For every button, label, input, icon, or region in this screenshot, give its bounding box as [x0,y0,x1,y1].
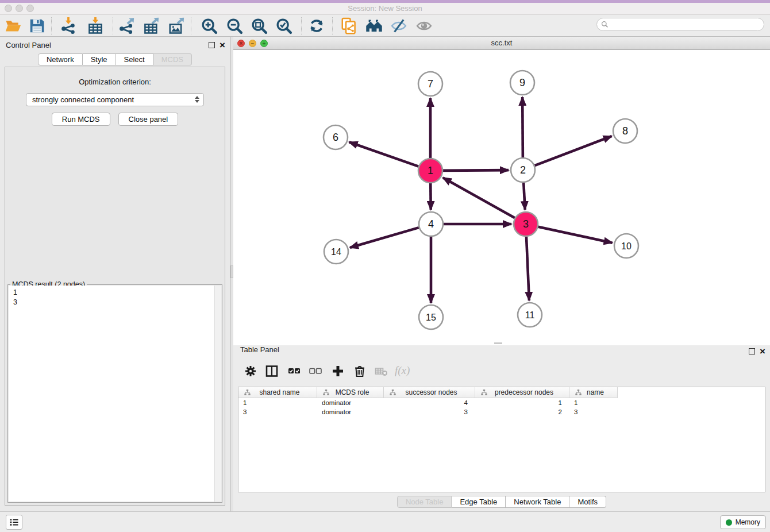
table-row[interactable]: 1dominator411 [238,398,765,407]
column-header-MCDS-role[interactable]: MCDS role [317,387,384,398]
svg-text:9: 9 [519,77,525,88]
edge-2-8[interactable] [535,136,612,165]
table-panel-float-icon[interactable] [749,348,755,354]
select-stepper-icon [195,96,199,103]
mcds-result-group: MCDS result (2 nodes) 13 [7,284,222,503]
network-zoom-button[interactable]: + [260,40,268,47]
import-network-icon[interactable] [60,17,77,34]
mcds-result-list[interactable]: 13 [9,286,221,502]
graph-node-9[interactable]: 9 [510,71,534,95]
graph-node-7[interactable]: 7 [418,72,442,96]
optimization-criterion-value: strongly connected component [32,95,134,104]
network-close-button[interactable]: × [237,40,245,47]
graph-node-4[interactable]: 4 [419,212,443,236]
search-field[interactable] [596,18,764,31]
export-network-icon[interactable] [118,17,135,34]
add-column-icon[interactable] [331,364,345,378]
tab-select[interactable]: Select [116,53,153,65]
network-graph[interactable]: 7968124314101511 [233,50,770,343]
tab-style[interactable]: Style [83,53,116,65]
result-scrollbar[interactable] [214,286,221,502]
table-body: 1dominator4113dominator323 [238,398,765,417]
hide-panel-icon[interactable] [390,17,407,34]
zoom-out-icon[interactable] [226,17,243,34]
zoom-selected-icon[interactable] [275,17,292,34]
network-minimize-button[interactable]: − [249,40,256,47]
save-session-icon[interactable] [28,17,45,34]
toolbar-separator [301,17,302,34]
optimization-criterion-select[interactable]: strongly connected component [26,93,204,106]
table-panel: Table Panel × [233,343,770,511]
deselect-all-checkbox-icon[interactable] [309,364,322,378]
tab-node-table[interactable]: Node Table [397,496,452,508]
table-cell: 1 [475,398,569,407]
search-input[interactable] [611,21,764,29]
graph-node-6[interactable]: 6 [324,125,348,149]
graph-node-3[interactable]: 3 [514,212,538,236]
import-table-icon[interactable] [87,17,104,34]
tab-edge-table[interactable]: Edge Table [452,496,506,508]
table-cell: dominator [317,407,384,417]
table-cell: 1 [569,398,618,407]
table-header-row: shared nameMCDS rolesuccessor nodesprede… [238,387,765,398]
tab-mcds[interactable]: MCDS [153,53,192,65]
control-panel-float-icon[interactable] [209,42,215,48]
edge-4-14[interactable] [350,228,419,248]
svg-text:10: 10 [621,241,632,251]
edge-2-3[interactable] [523,183,525,210]
table-cell: 3 [569,407,618,417]
edge-1-2[interactable] [443,170,509,171]
refresh-layout-icon[interactable] [308,17,325,34]
edge-3-1[interactable] [443,178,515,218]
zoom-fit-icon[interactable] [251,17,268,34]
graph-node-1[interactable]: 1 [418,159,442,183]
graph-node-15[interactable]: 15 [419,305,443,329]
home-graphspace-icon[interactable] [365,17,383,34]
svg-text:15: 15 [426,313,436,322]
column-header-shared-name[interactable]: shared name [238,387,317,398]
select-all-checkbox-icon[interactable] [287,364,301,378]
delete-column-trash-icon[interactable] [353,364,367,378]
memory-button[interactable]: Memory [720,515,766,529]
show-panel-icon[interactable] [415,17,433,34]
export-table-icon[interactable] [143,17,160,34]
column-header-successor-nodes[interactable]: successor nodes [384,387,475,398]
close-window-button[interactable] [5,5,12,12]
graph-node-14[interactable]: 14 [324,240,348,264]
function-builder-icon: f(x) [395,364,414,378]
run-mcds-button[interactable]: Run MCDS [52,113,110,126]
edge-1-6[interactable] [349,142,419,166]
graph-node-11[interactable]: 11 [518,303,542,327]
column-header-predecessor-nodes[interactable]: predecessor nodes [475,387,569,398]
edge-3-11[interactable] [526,237,529,300]
graph-node-2[interactable]: 2 [511,158,535,182]
node-table[interactable]: shared nameMCDS rolesuccessor nodesprede… [238,387,765,492]
network-window-titlebar[interactable]: × − + scc.txt [233,37,770,50]
tab-motifs[interactable]: Motifs [569,496,606,508]
table-row[interactable]: 3dominator323 [238,407,765,417]
settings-gear-icon[interactable] [244,364,257,378]
control-panel-close-icon[interactable]: × [220,42,225,48]
zoom-window-button[interactable] [26,5,34,12]
export-image-icon[interactable] [168,17,185,34]
minimize-window-button[interactable] [16,5,23,12]
optimization-criterion-label: Optimization criterion: [5,78,225,86]
window-traffic-lights[interactable] [5,5,34,12]
network-canvas[interactable]: 7968124314101511 [233,50,770,345]
task-history-button[interactable] [6,515,22,530]
column-layout-icon[interactable] [265,364,279,378]
duplicate-network-icon[interactable] [340,17,357,34]
tab-network-table[interactable]: Network Table [506,496,569,508]
column-header-name[interactable]: name [569,387,618,398]
tab-network[interactable]: Network [38,53,83,65]
graph-node-8[interactable]: 8 [613,119,637,143]
zoom-in-icon[interactable] [201,17,218,34]
edge-2-9[interactable] [522,97,523,157]
edge-3-10[interactable] [538,227,612,243]
open-session-icon[interactable] [5,17,22,34]
svg-text:6: 6 [333,132,338,143]
close-panel-button[interactable]: Close panel [118,113,179,126]
application-window: Session: New Session [0,0,770,532]
table-panel-close-icon[interactable]: × [760,348,765,354]
graph-node-10[interactable]: 10 [614,234,638,258]
